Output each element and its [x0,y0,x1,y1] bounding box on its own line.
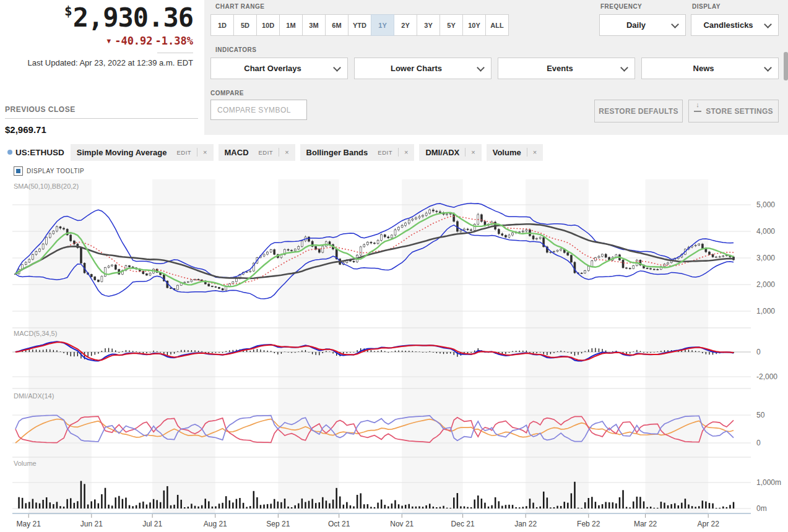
indicator-pill-dmi-adx: DMI/ADX × [419,144,481,161]
chart-overlays-value: Chart Overlays [211,64,334,73]
previous-close-section: PREVIOUS CLOSE $2,969.71 [5,105,198,135]
svg-text:2,000: 2,000 [756,280,775,289]
range-button-all[interactable]: ALL [485,14,509,36]
events-value: Events [498,64,621,73]
indicator-pill-sma: Simple Moving Average EDIT × [71,144,214,161]
indicators-label: INDICATORS [215,46,256,53]
range-button-3y[interactable]: 3Y [417,14,440,36]
svg-text:-2,000: -2,000 [756,372,777,381]
range-button-5y[interactable]: 5Y [439,14,463,36]
chart-application: $2,930.36 ▼-40.92-1.38% Last Updated: Ap… [0,0,788,532]
svg-text:DMI/ADX(14): DMI/ADX(14) [14,392,54,400]
separator [465,148,465,157]
range-button-10y[interactable]: 10Y [462,14,486,36]
last-updated: Last Updated: Apr 23, 2022 at 12:39 a.m.… [0,58,193,67]
store-settings-label: STORE SETTINGS [706,107,773,116]
frequency-select[interactable]: Daily [599,14,686,36]
svg-text:Nov 21: Nov 21 [390,520,413,528]
range-button-5d[interactable]: 5D [233,14,257,36]
edit-button[interactable]: EDIT [378,149,392,156]
checkbox-checked-mark [16,169,20,173]
frequency-label: FREQUENCY [600,3,642,10]
divider [157,53,193,53]
range-button-3m[interactable]: 3M [302,14,326,36]
range-button-1y-selected[interactable]: 1Y [371,14,394,36]
svg-text:1,000: 1,000 [756,307,775,315]
range-button-2y[interactable]: 2Y [394,14,417,36]
svg-text:Jun 21: Jun 21 [80,520,103,528]
current-price: $2,930.36 [0,5,193,31]
quote-panel: $2,930.36 ▼-40.92-1.38% Last Updated: Ap… [0,0,204,102]
svg-text:SMA(50,10),BB(20,2): SMA(50,10),BB(20,2) [14,182,79,190]
chevron-down-icon [620,64,628,72]
download-icon [694,105,701,111]
down-arrow-icon: ▼ [107,37,111,45]
indicator-name: Volume [493,148,521,157]
restore-defaults-button[interactable]: RESTORE DEFAULTS [594,100,683,122]
svg-text:Aug 21: Aug 21 [204,520,227,528]
range-button-group: 1D 5D 10D 1M 3M 6M YTD 1Y 2Y 3Y 5Y 10Y A… [210,14,508,36]
chart-range-label: CHART RANGE [215,3,264,10]
svg-text:Jul 21: Jul 21 [142,520,162,528]
indicator-name: MACD [225,148,249,157]
separator [527,148,527,157]
lower-charts-select[interactable]: Lower Charts [354,58,491,79]
compare-symbol-input[interactable] [210,100,307,120]
svg-text:4,000: 4,000 [756,227,775,236]
symbol-label: US:ETHUSD [15,148,64,157]
frequency-value: Daily [600,20,672,30]
svg-text:Apr 22: Apr 22 [697,520,719,528]
lower-charts-value: Lower Charts [355,64,478,73]
remove-indicator-button[interactable]: × [533,149,537,156]
previous-close-label: PREVIOUS CLOSE [5,105,198,119]
currency-symbol: $ [64,4,72,19]
chart-controls-panel: CHART RANGE 1D 5D 10D 1M 3M 6M YTD 1Y 2Y… [204,0,788,135]
svg-text:Mar 22: Mar 22 [634,520,657,528]
indicator-pill-bollinger: Bollinger Bands EDIT × [300,144,415,161]
range-button-6m[interactable]: 6M [325,14,349,36]
indicator-pill-volume: Volume × [487,144,543,161]
svg-text:MACD(5,34,5): MACD(5,34,5) [14,330,57,337]
store-settings-button[interactable]: STORE SETTINGS [688,100,779,122]
range-button-10d[interactable]: 10D [256,14,280,36]
svg-text:0: 0 [756,348,761,356]
chart-overlays-select[interactable]: Chart Overlays [210,58,348,79]
indicator-name: Simple Moving Average [77,148,167,157]
scrollbar-thumb[interactable] [784,52,788,80]
display-tooltip-label: DISPLAY TOOLTIP [27,168,84,174]
display-tooltip-toggle: DISPLAY TOOLTIP [14,166,84,176]
news-value: News [642,64,765,73]
compare-label: COMPARE [210,90,244,97]
remove-indicator-button[interactable]: × [203,149,207,156]
symbol-legend: US:ETHUSD [7,148,64,157]
display-tooltip-checkbox[interactable] [14,166,23,176]
chevron-down-icon [764,20,772,28]
edit-button[interactable]: EDIT [176,149,191,156]
svg-text:Jan 22: Jan 22 [514,520,537,528]
svg-text:50: 50 [756,411,765,419]
range-button-ytd[interactable]: YTD [348,14,371,36]
news-select[interactable]: News [641,58,779,79]
previous-close-value: $2,969.71 [5,124,198,135]
restore-defaults-label: RESTORE DEFAULTS [599,107,678,116]
svg-text:0m: 0m [756,504,767,513]
price-value: 2,930.36 [73,2,193,33]
svg-text:Oct 21: Oct 21 [328,520,350,528]
remove-indicator-button[interactable]: × [471,149,475,156]
svg-text:1,000m: 1,000m [756,478,781,487]
price-chart[interactable]: 5,0004,0003,0002,0001,0000-2,0005001,000… [0,179,788,532]
remove-indicator-button[interactable]: × [285,149,288,156]
events-select[interactable]: Events [498,58,635,79]
legend-row: US:ETHUSD Simple Moving Average EDIT × M… [5,144,548,161]
change-percent: -1.38% [155,35,193,47]
change-value: -40.92 [115,35,152,47]
svg-text:0: 0 [756,439,761,447]
svg-text:Feb 22: Feb 22 [577,520,600,528]
range-button-1d[interactable]: 1D [210,14,234,36]
remove-indicator-button[interactable]: × [404,149,408,156]
edit-button[interactable]: EDIT [259,149,274,156]
indicator-name: Bollinger Bands [306,148,368,157]
range-button-1m[interactable]: 1M [279,14,303,36]
svg-text:Dec 21: Dec 21 [451,520,475,528]
display-select[interactable]: Candlesticks [691,14,779,36]
